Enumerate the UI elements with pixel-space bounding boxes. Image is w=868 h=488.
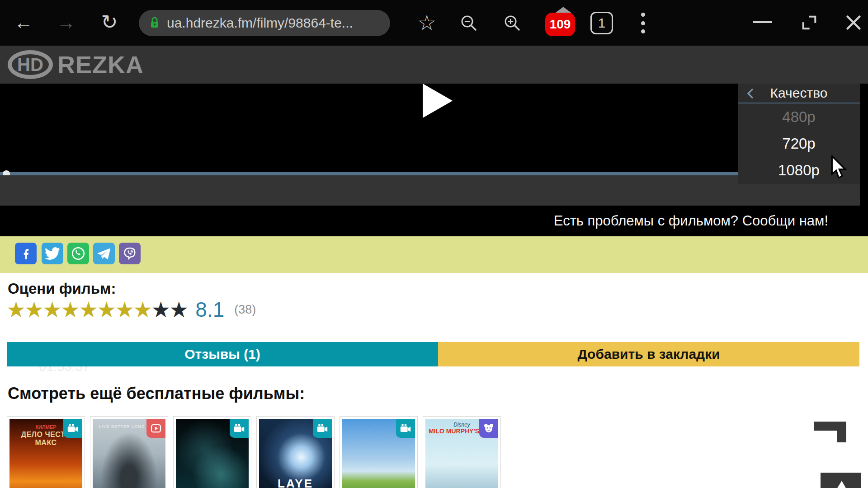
window-restore-button[interactable]	[798, 12, 820, 35]
extension-badge[interactable]: 109	[545, 13, 575, 36]
poster-art: LIVE BETTER LONG	[93, 419, 165, 488]
twitter-icon	[45, 246, 60, 261]
forward-icon[interactable]: →	[55, 12, 77, 33]
lock-icon	[149, 16, 160, 30]
mouse-cursor	[830, 155, 851, 181]
logo-hd-oval: HD	[8, 50, 53, 79]
player-controls: 01:53:37 ⚙	[0, 175, 860, 206]
star-4[interactable]: ★	[61, 299, 79, 320]
play-badge-icon	[146, 419, 165, 438]
window-close-button[interactable]	[843, 12, 864, 35]
megaphone-button[interactable]	[821, 473, 861, 488]
quality-option-480p[interactable]: 480p	[738, 103, 860, 130]
page: ← → ↻ ua.hdrezka.fm/filmy/98864-te... ☆ …	[0, 0, 868, 488]
twitter-share-button[interactable]	[42, 243, 63, 264]
whatsapp-share-button[interactable]	[67, 243, 89, 264]
logo-rezka-text: REZKA	[57, 51, 144, 79]
poster-art: КИЛМЕРДЕЛО ЧЕСТИ МАКС	[9, 419, 82, 488]
movie-poster-card-6[interactable]: DisneyMILO MURPHY'S LAW	[423, 416, 501, 488]
right-letterbox	[860, 84, 868, 206]
zoom-out-icon[interactable]	[458, 13, 479, 33]
star-3[interactable]: ★	[42, 299, 61, 320]
star-10[interactable]: ★	[169, 299, 187, 320]
big-play-button[interactable]	[423, 84, 453, 118]
star-8[interactable]: ★	[133, 299, 151, 320]
browser-toolbar: ← → ↻ ua.hdrezka.fm/filmy/98864-te... ☆ …	[0, 0, 868, 46]
movie-poster-card-5[interactable]	[340, 416, 418, 488]
share-bar	[0, 236, 868, 273]
report-connector-vertical	[837, 422, 846, 442]
back-icon[interactable]: ←	[13, 12, 34, 33]
movie-poster-card-2[interactable]: LIVE BETTER LONG	[90, 416, 168, 488]
star-rating: ★★★★★★★★★★8.1(38)	[6, 297, 256, 322]
facebook-icon	[18, 246, 33, 261]
report-bar: Есть проблемы с фильмом? Сообщи нам!	[0, 206, 868, 236]
camera-badge-icon	[230, 419, 249, 438]
rate-film-label: Оцени фильм:	[8, 280, 116, 297]
reload-icon[interactable]: ↻	[99, 11, 120, 33]
tab-reviews[interactable]: Отзывы (1)	[7, 342, 438, 366]
movie-poster-card-1[interactable]: КИЛМЕРДЕЛО ЧЕСТИ МАКС	[7, 416, 85, 488]
cartoon-badge-icon	[479, 419, 498, 438]
quality-menu-title: Качество	[770, 85, 828, 101]
add-bookmark-button[interactable]: Добавить в закладки	[438, 342, 859, 366]
window-minimize-button[interactable]	[753, 21, 772, 23]
camera-badge-icon	[313, 419, 332, 438]
zoom-in-icon[interactable]	[502, 13, 523, 33]
star-2[interactable]: ★	[24, 299, 42, 320]
tab-bar: Отзывы (1) Добавить в закладки	[7, 342, 859, 366]
poster-art: DisneyMILO MURPHY'S LAW	[425, 419, 498, 488]
address-bar[interactable]: ua.hdrezka.fm/filmy/98864-te...	[139, 10, 390, 36]
movie-poster-card-4[interactable]: LAYE	[256, 416, 335, 488]
telegram-share-button[interactable]	[93, 243, 115, 264]
viber-share-button[interactable]	[119, 243, 141, 264]
seek-bar[interactable]	[0, 172, 738, 175]
bookmark-star-icon[interactable]: ☆	[415, 11, 439, 34]
poster-art	[176, 419, 249, 488]
star-1[interactable]: ★	[6, 299, 24, 320]
viber-icon	[122, 246, 137, 261]
star-9[interactable]: ★	[151, 299, 169, 320]
poster-caption-top: LIVE BETTER LONG	[99, 424, 145, 429]
poster-art: LAYE	[259, 419, 332, 488]
whatsapp-icon	[71, 246, 86, 261]
facebook-share-button[interactable]	[15, 243, 37, 264]
telegram-icon	[96, 246, 112, 261]
more-films-heading: Смотреть ещё бесплатные фильмы:	[8, 384, 305, 403]
url-text: ua.hdrezka.fm/filmy/98864-te...	[167, 15, 353, 31]
report-problem-link[interactable]: Есть проблемы с фильмом? Сообщи нам!	[554, 213, 828, 229]
quality-option-720p[interactable]: 720p	[738, 130, 860, 157]
poster-row: КИЛМЕРДЕЛО ЧЕСТИ МАКСLIVE BETTER LONGLAY…	[7, 416, 501, 488]
site-header: HD REZKA	[0, 46, 868, 84]
chevron-left-icon[interactable]	[746, 88, 755, 99]
quality-menu-header[interactable]: Качество	[738, 84, 860, 103]
rating-votes: (38)	[234, 303, 256, 317]
star-7[interactable]: ★	[115, 299, 133, 320]
rating-score: 8.1	[195, 297, 224, 322]
star-5[interactable]: ★	[79, 299, 97, 320]
megaphone-icon	[829, 479, 853, 488]
tab-counter-button[interactable]: 1	[590, 12, 613, 34]
camera-badge-icon	[396, 419, 415, 438]
poster-art	[342, 419, 415, 488]
camera-badge-icon	[63, 419, 82, 438]
browser-menu-icon[interactable]	[641, 13, 646, 33]
movie-poster-card-3[interactable]	[173, 416, 251, 488]
star-6[interactable]: ★	[97, 299, 115, 320]
hdrezka-logo[interactable]: HD REZKA	[8, 50, 144, 79]
poster-title-text: LAYE	[259, 477, 332, 488]
